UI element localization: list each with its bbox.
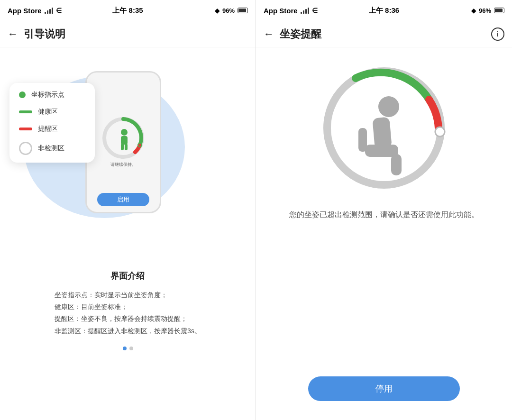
warning-message: 您的坐姿已超出检测范围，请确认是否还需使用此功能。 — [270, 209, 498, 221]
left-wifi-icon: ∈ — [56, 7, 62, 14]
left-panel: App Store ∈ 上午 8:35 ◆ 96% ← 引导说明 — [0, 0, 256, 420]
legend-item-indicator: 坐标指示点 — [19, 91, 85, 99]
right-nav-bar: ← 坐姿提醒 i — [256, 21, 512, 47]
svg-rect-8 — [372, 117, 392, 149]
intro-text: 坐姿指示点：实时显示当前坐姿角度； 健康区：目前坐姿标准； 提醒区：坐姿不良，按… — [55, 289, 201, 337]
left-nav-bar: ← 引导说明 — [0, 21, 256, 47]
right-wifi-icon: ∈ — [312, 7, 318, 14]
right-back-button[interactable]: ← — [264, 28, 274, 40]
right-status-right: ◆ 96% — [471, 7, 504, 14]
left-signal-icon — [45, 7, 53, 14]
left-status-bar: App Store ∈ 上午 8:35 ◆ 96% — [0, 0, 256, 21]
intro-line-2: 健康区：目前坐姿标准； — [55, 303, 128, 310]
legend-label-alert: 提醒区 — [38, 125, 58, 133]
right-panel: App Store ∈ 上午 8:36 ◆ 96% ← 坐姿提醒 i — [256, 0, 512, 420]
legend-label-healthy: 健康区 — [38, 108, 58, 116]
left-location-icon: ◆ — [215, 7, 219, 14]
dot-1[interactable] — [123, 347, 127, 350]
right-battery-pct: 96% — [479, 7, 491, 14]
red-bar-icon — [19, 128, 32, 130]
posture-circle-display — [318, 62, 450, 194]
left-status-left: App Store ∈ — [8, 7, 62, 15]
info-button[interactable]: i — [491, 27, 504, 41]
pagination-dots — [123, 347, 133, 350]
stop-button[interactable]: 停用 — [308, 376, 460, 401]
intro-title: 界面介绍 — [55, 270, 201, 282]
intro-line-1: 坐姿指示点：实时显示当前坐姿角度； — [55, 291, 167, 299]
info-icon: i — [497, 30, 499, 38]
legend-label-nondetect: 非检测区 — [38, 144, 64, 153]
circle-icon — [19, 142, 32, 155]
svg-rect-11 — [358, 128, 367, 152]
left-battery-pct: 96% — [222, 7, 235, 14]
svg-rect-4 — [125, 144, 128, 150]
left-battery-icon — [238, 8, 248, 13]
left-page-title: 引导说明 — [24, 27, 65, 41]
legend-label-indicator: 坐标指示点 — [31, 91, 64, 99]
green-bar-icon — [19, 110, 32, 113]
phone-mockup: 请继续保持。 启用 — [85, 71, 161, 213]
left-main-content: 坐标指示点 健康区 提醒区 非检测区 — [0, 47, 256, 420]
left-back-button[interactable]: ← — [8, 28, 18, 40]
right-time: 上午 8:36 — [369, 6, 399, 15]
intro-section: 界面介绍 坐姿指示点：实时显示当前坐姿角度； 健康区：目前坐姿标准； 提醒区：坐… — [43, 270, 212, 337]
right-status-left: App Store ∈ — [264, 7, 318, 15]
intro-line-3: 提醒区：坐姿不良，按摩器会持续震动提醒； — [55, 315, 187, 322]
right-battery-icon — [494, 8, 504, 13]
svg-point-7 — [378, 96, 399, 117]
left-status-right: ◆ 96% — [215, 7, 248, 14]
svg-rect-10 — [391, 154, 402, 175]
svg-rect-2 — [121, 136, 128, 145]
right-page-title: 坐姿提醒 — [280, 27, 321, 41]
left-app-store-label: App Store — [8, 7, 42, 15]
phone-enable-button[interactable]: 启用 — [97, 193, 149, 206]
left-time: 上午 8:35 — [112, 6, 143, 15]
svg-point-1 — [121, 129, 128, 136]
right-signal-icon — [301, 7, 309, 14]
dot-2[interactable] — [129, 347, 133, 350]
svg-point-12 — [435, 127, 445, 137]
svg-rect-3 — [121, 144, 124, 150]
illustration-area: 坐标指示点 健康区 提醒区 非检测区 — [0, 57, 256, 265]
right-app-store-label: App Store — [264, 7, 298, 15]
right-status-bar: App Store ∈ 上午 8:36 ◆ 96% — [256, 0, 512, 21]
stop-button-label: 停用 — [375, 383, 393, 394]
legend-item-alert: 提醒区 — [19, 125, 85, 133]
intro-line-4: 非监测区：提醒区进入非检测区，按摩器长震3s。 — [55, 327, 201, 335]
right-main-content: 您的坐姿已超出检测范围，请确认是否还需使用此功能。 停用 — [256, 47, 512, 420]
legend-item-nondetect: 非检测区 — [19, 142, 85, 155]
green-dot-icon — [19, 91, 26, 98]
legend-item-healthy: 健康区 — [19, 108, 85, 116]
legend-card: 坐标指示点 健康区 提醒区 非检测区 — [9, 83, 95, 163]
phone-posture-circle — [100, 114, 147, 162]
right-location-icon: ◆ — [471, 7, 476, 14]
